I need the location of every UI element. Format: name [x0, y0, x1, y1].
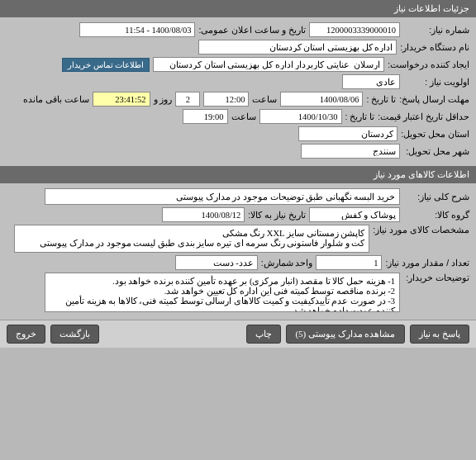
validity-label: حداقل تاریخ اعتبار قیمت:: [378, 111, 469, 121]
time-label-2: ساعت: [231, 111, 256, 121]
need-no-label: شماره نیاز:: [403, 25, 469, 35]
section-header-details: جزئیات اطلاعات نیاز: [0, 0, 476, 17]
buyer-notes-label: توضیحات خریدار:: [403, 273, 469, 282]
contact-buyer-button[interactable]: اطلاعات تماس خریدار: [62, 58, 150, 72]
group-label: گروه کالا:: [403, 210, 469, 220]
deadline-time-input[interactable]: [203, 92, 249, 107]
qty-input[interactable]: [316, 255, 382, 270]
pub-date-input[interactable]: [79, 22, 195, 37]
group-input[interactable]: [309, 207, 400, 222]
buyer-notes-textarea[interactable]: [45, 273, 400, 312]
reply-button[interactable]: پاسخ به نیاز: [410, 325, 470, 344]
need-no-input[interactable]: [309, 22, 400, 37]
remain-label: ساعت باقی مانده: [23, 94, 89, 104]
buyer-label: نام دستگاه خریدار:: [400, 42, 469, 52]
pub-date-label: تاریخ و ساعت اعلان عمومی:: [198, 25, 306, 35]
unit-input[interactable]: [175, 255, 258, 270]
details-form: شماره نیاز: تاریخ و ساعت اعلان عمومی: نا…: [0, 17, 476, 166]
creator-label: ایجاد کننده درخواست:: [388, 59, 469, 69]
footer-bar: پاسخ به نیاز مشاهده مدارک پیوستی (5) چاپ…: [0, 320, 476, 348]
buyer-input[interactable]: [198, 40, 397, 55]
unit-label: واحد شمارش:: [261, 258, 313, 268]
priority-label: اولویت نیاز :: [403, 77, 469, 87]
qty-label: تعداد / مقدار مورد نیاز:: [385, 258, 469, 268]
city-input[interactable]: [301, 144, 400, 159]
spec-textarea[interactable]: [14, 225, 369, 253]
desc-textarea[interactable]: [45, 188, 400, 205]
deadline-label: مهلت ارسال پاسخ:: [399, 94, 469, 104]
footer-spacer: [104, 325, 241, 344]
countdown-input: [93, 92, 150, 107]
back-button[interactable]: بازگشت: [50, 325, 99, 344]
time-label-1: ساعت: [252, 94, 277, 104]
creator-input[interactable]: [153, 57, 384, 72]
validity-date-input[interactable]: [259, 109, 342, 124]
need-date-label: تاریخ نیاز به کالا:: [248, 210, 306, 220]
priority-input[interactable]: [342, 74, 400, 89]
attachments-button[interactable]: مشاهده مدارک پیوستی (5): [286, 325, 404, 344]
section-header-goods: اطلاعات کالاهای مورد نیاز: [0, 166, 476, 183]
exit-button[interactable]: خروج: [7, 325, 45, 344]
city-label: شهر محل تحویل:: [403, 146, 469, 156]
spec-label: مشخصات کالای مورد نیاز:: [373, 225, 469, 235]
days-input[interactable]: [175, 92, 200, 107]
validity-time-input[interactable]: [183, 109, 228, 124]
need-date-input[interactable]: [162, 207, 245, 222]
to-date-label: تا تاریخ :: [366, 94, 396, 104]
province-input[interactable]: [298, 126, 397, 141]
goods-form: شرح کلی نیاز: گروه کالا: تاریخ نیاز به ک…: [0, 183, 476, 320]
print-button[interactable]: چاپ: [246, 325, 281, 344]
desc-label: شرح کلی نیاز:: [403, 192, 469, 202]
to-date-label-2: تا تاریخ :: [345, 111, 375, 121]
province-label: استان محل تحویل:: [401, 129, 469, 139]
deadline-date-input[interactable]: [280, 92, 363, 107]
days-and-label: روز و: [154, 94, 173, 104]
